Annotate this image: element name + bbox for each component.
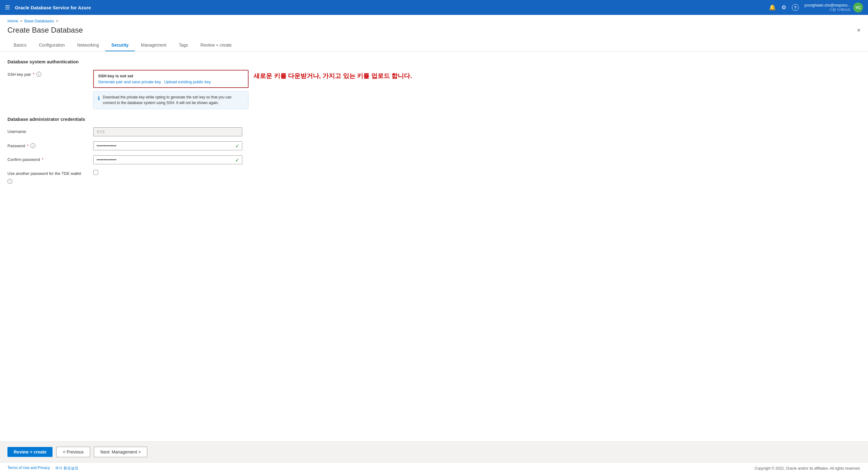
username-label: Username bbox=[7, 127, 88, 134]
top-navigation: ☰ Oracle Database Service for Azure 🔔 ⚙ … bbox=[0, 0, 868, 15]
tab-basics[interactable]: Basics bbox=[7, 39, 33, 51]
db-admin-section-heading: Database administrator credentials bbox=[7, 117, 861, 122]
tde-control bbox=[93, 169, 249, 175]
page-wrapper: Home > Base Databases > Create Base Data… bbox=[0, 15, 868, 474]
password-check-icon: ✓ bbox=[235, 143, 239, 149]
previous-button[interactable]: < Previous bbox=[56, 447, 90, 457]
ssh-info-icon[interactable]: i bbox=[36, 72, 41, 77]
footer-bar: Review + create < Previous Next: Managem… bbox=[0, 441, 868, 462]
avatar[interactable]: YC bbox=[853, 2, 863, 12]
terms-link[interactable]: Terms of Use and Privacy bbox=[7, 466, 50, 471]
review-create-button[interactable]: Review + create bbox=[7, 447, 53, 457]
bottom-footer-left: Terms of Use and Privacy 쿠키 환경설정 bbox=[7, 466, 78, 471]
tde-checkbox[interactable] bbox=[93, 170, 98, 175]
gear-icon[interactable]: ⚙ bbox=[781, 4, 786, 11]
page-title: Create Base Database bbox=[7, 26, 83, 34]
user-email: younghwan.cho@respons... bbox=[804, 3, 850, 7]
form-area: Database system authentication SSH key p… bbox=[0, 52, 868, 441]
tde-info-icon[interactable]: i bbox=[7, 179, 12, 184]
tab-security[interactable]: Security bbox=[105, 39, 135, 51]
tabs-container: Basics Configuration Networking Security… bbox=[0, 39, 868, 52]
breadcrumb: Home > Base Databases > bbox=[0, 15, 868, 23]
confirm-password-input-wrapper: ✓ bbox=[93, 155, 242, 164]
tde-checkbox-row bbox=[93, 169, 249, 175]
username-control bbox=[93, 127, 249, 136]
password-info-icon[interactable]: i bbox=[30, 143, 35, 148]
copyright-text: Copyright © 2022, Oracle and/or its affi… bbox=[754, 466, 861, 471]
cookie-link[interactable]: 쿠키 환경설정 bbox=[55, 466, 78, 471]
hamburger-icon[interactable]: ☰ bbox=[5, 4, 10, 11]
app-title: Oracle Database Service for Azure bbox=[15, 5, 764, 10]
confirm-required-marker: * bbox=[42, 157, 43, 162]
tde-info-row: i bbox=[7, 178, 861, 189]
tab-management[interactable]: Management bbox=[135, 39, 173, 51]
next-management-button[interactable]: Next: Management > bbox=[94, 447, 147, 457]
username-row: Username bbox=[7, 127, 861, 136]
tde-row: Use another password for the TDE wallet bbox=[7, 169, 861, 176]
ssh-key-row: SSH key pair * i SSH key is not set Gene… bbox=[7, 70, 861, 109]
password-input[interactable] bbox=[93, 141, 242, 150]
tab-configuration[interactable]: Configuration bbox=[33, 39, 71, 51]
close-button[interactable]: × bbox=[857, 27, 861, 34]
upload-key-link[interactable]: Upload existing public key bbox=[164, 80, 211, 84]
ssh-key-links: Generate pair and save private key Uploa… bbox=[98, 80, 244, 84]
tde-label: Use another password for the TDE wallet bbox=[7, 169, 88, 176]
ssh-key-label: SSH key pair * i bbox=[7, 70, 88, 77]
breadcrumb-sep1: > bbox=[20, 19, 23, 23]
password-label: Password * i bbox=[7, 141, 88, 148]
bottom-footer: Terms of Use and Privacy 쿠키 환경설정 Copyrig… bbox=[0, 462, 868, 474]
ssh-info-text: Download the private key while opting to… bbox=[103, 94, 244, 105]
breadcrumb-sep2: > bbox=[56, 19, 58, 23]
generate-key-link[interactable]: Generate pair and save private key bbox=[98, 80, 161, 84]
auth-section-heading: Database system authentication bbox=[7, 59, 861, 64]
tab-networking[interactable]: Networking bbox=[71, 39, 105, 51]
korean-annotation: 새로운 키를 다운받거나, 가지고 있는 키를 업로드 합니다. bbox=[253, 70, 412, 80]
ssh-info-callout: ℹ Download the private key while opting … bbox=[93, 91, 249, 109]
ssh-required-marker: * bbox=[33, 72, 34, 77]
password-control: ✓ bbox=[93, 141, 249, 150]
password-required-marker: * bbox=[27, 144, 29, 148]
user-subtitle: 기본 디렉터리 bbox=[804, 7, 850, 12]
tab-review-create[interactable]: Review + create bbox=[194, 39, 238, 51]
user-info[interactable]: younghwan.cho@respons... 기본 디렉터리 YC bbox=[804, 2, 863, 12]
bell-icon[interactable]: 🔔 bbox=[769, 4, 776, 11]
confirm-password-row: Confirm password * ✓ bbox=[7, 155, 861, 164]
password-row: Password * i ✓ bbox=[7, 141, 861, 150]
ssh-key-control-area: SSH key is not set Generate pair and sav… bbox=[93, 70, 249, 109]
page-title-row: Create Base Database × bbox=[0, 23, 868, 39]
confirm-password-input[interactable] bbox=[93, 155, 242, 164]
tab-tags[interactable]: Tags bbox=[173, 39, 194, 51]
ssh-key-box: SSH key is not set Generate pair and sav… bbox=[93, 70, 249, 88]
username-input[interactable] bbox=[93, 127, 242, 136]
confirm-password-control: ✓ bbox=[93, 155, 249, 164]
breadcrumb-home[interactable]: Home bbox=[7, 19, 18, 23]
info-callout-icon: ℹ bbox=[98, 95, 100, 102]
confirm-check-icon: ✓ bbox=[235, 157, 239, 163]
password-input-wrapper: ✓ bbox=[93, 141, 242, 150]
ssh-not-set-text: SSH key is not set bbox=[98, 74, 244, 78]
nav-icons: 🔔 ⚙ ? younghwan.cho@respons... 기본 디렉터리 Y… bbox=[769, 2, 863, 12]
breadcrumb-base-databases[interactable]: Base Databases bbox=[24, 19, 54, 23]
confirm-password-label: Confirm password * bbox=[7, 155, 88, 162]
help-icon[interactable]: ? bbox=[792, 4, 799, 11]
